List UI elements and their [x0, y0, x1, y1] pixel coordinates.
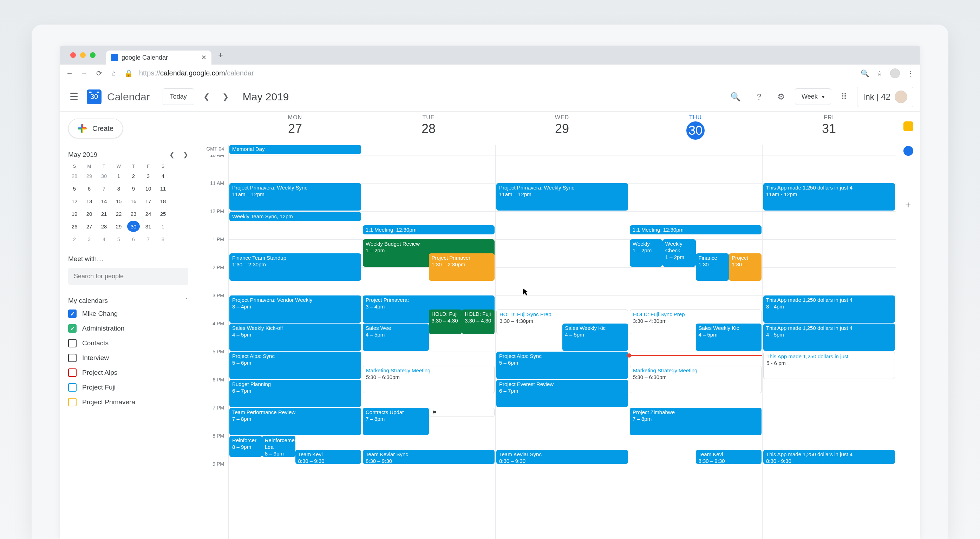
calendar-event[interactable]: Reinforcer8 – 9pm: [229, 436, 262, 457]
day-header[interactable]: FRI31: [762, 112, 896, 145]
day-column[interactable]: Project Primavera: Weekly Sync11am – 12p…: [495, 155, 629, 539]
mini-day[interactable]: 6: [127, 233, 140, 244]
mini-day[interactable]: 12: [68, 195, 81, 207]
mini-day[interactable]: 23: [127, 208, 140, 219]
calendar-event[interactable]: Finance Team Standup1:30 – 2:30pm: [229, 254, 361, 281]
day-header[interactable]: THU30: [629, 112, 762, 145]
day-column[interactable]: 1:1 Meeting, 12:30pmWeekly1 – 2pmWeekly …: [629, 155, 762, 539]
mini-day[interactable]: 30: [127, 221, 140, 232]
mini-day[interactable]: 9: [127, 183, 140, 194]
mini-day[interactable]: 17: [142, 195, 154, 207]
calendar-event[interactable]: Project Primavera: Weekly Sync11am – 12p…: [229, 183, 361, 211]
apps-grid-icon[interactable]: ⠿: [837, 89, 851, 105]
tab-close-icon[interactable]: ✕: [201, 54, 207, 62]
calendar-checkbox[interactable]: [68, 324, 76, 333]
mini-day[interactable]: 18: [157, 195, 169, 207]
calendar-event[interactable]: Team Kevlar Sync8:30 – 9:30: [363, 450, 495, 464]
calendar-event[interactable]: 1:1 Meeting, 12:30pm: [363, 225, 495, 235]
star-icon[interactable]: ☆: [875, 69, 884, 78]
mini-day[interactable]: 7: [98, 183, 110, 194]
workspace-brand[interactable]: Ink | 42: [857, 87, 913, 107]
calendar-item[interactable]: Project Primavera: [68, 398, 188, 406]
calendar-checkbox[interactable]: [68, 368, 76, 377]
mini-day[interactable]: 15: [112, 195, 125, 207]
mini-day[interactable]: 1: [157, 221, 169, 232]
keep-icon[interactable]: [904, 121, 913, 131]
mini-day[interactable]: 13: [83, 195, 95, 207]
mini-calendar[interactable]: SMTWTFS282930123456789101112131415161718…: [68, 163, 188, 244]
mini-day[interactable]: 2: [127, 170, 140, 181]
close-window-icon[interactable]: [70, 52, 76, 58]
calendar-event[interactable]: Team Kevl8:30 – 9:30: [696, 450, 762, 464]
calendar-event[interactable]: Project Everest Review6 – 7pm: [496, 380, 628, 407]
help-icon[interactable]: ？: [751, 89, 767, 105]
calendar-event[interactable]: This App made 1,250 dollars in just 411a…: [763, 183, 895, 211]
calendar-event[interactable]: Sales Weekly Kic4 – 5pm: [562, 323, 628, 351]
maximize-window-icon[interactable]: [90, 52, 95, 58]
mini-day[interactable]: 29: [112, 221, 125, 232]
calendar-event[interactable]: This App made 1,250 dollars in just 44 -…: [763, 323, 895, 351]
mini-day[interactable]: 1: [112, 170, 125, 181]
menu-icon[interactable]: ☰: [67, 88, 81, 105]
calendar-event[interactable]: Team Kevl8:30 – 9:30: [295, 450, 361, 464]
calendar-event[interactable]: Weekly Team Sync, 12pm: [229, 212, 361, 221]
create-button[interactable]: Create: [68, 119, 123, 138]
tasks-icon[interactable]: [904, 146, 913, 156]
new-tab-button[interactable]: +: [214, 49, 227, 62]
day-column[interactable]: Project Primavera: Weekly Sync11am – 12p…: [228, 155, 362, 539]
day-header[interactable]: TUE28: [362, 112, 495, 145]
calendar-event[interactable]: Reinforcement Lea8 – 9pm: [262, 436, 295, 457]
calendar-checkbox[interactable]: [68, 339, 76, 347]
prev-period-icon[interactable]: ❮: [200, 89, 213, 104]
calendar-event[interactable]: Project Primavera: Vendor Weekly3 – 4pm: [229, 295, 361, 323]
calendar-event[interactable]: Contracts Updat7 – 8pm: [363, 408, 429, 435]
mini-day[interactable]: 4: [98, 233, 110, 244]
calendar-event[interactable]: Finance1:30 –: [696, 254, 729, 281]
home-icon[interactable]: ⌂: [110, 69, 118, 77]
mini-day[interactable]: 6: [83, 183, 95, 194]
calendar-item[interactable]: Mike Chang: [68, 309, 188, 318]
calendar-checkbox[interactable]: [68, 383, 76, 392]
mini-day[interactable]: 27: [83, 221, 95, 232]
browser-menu-icon[interactable]: ⋮: [906, 69, 915, 78]
mini-day[interactable]: 8: [157, 233, 169, 244]
day-header[interactable]: WED29: [495, 112, 629, 145]
mini-day[interactable]: 29: [83, 170, 95, 181]
calendar-event[interactable]: Project Alps: Sync5 – 6pm: [496, 352, 628, 379]
time-grid[interactable]: 10 AM11 AM12 PM1 PM2 PM3 PM4 PM5 PM6 PM7…: [197, 155, 896, 539]
day-column[interactable]: 1:1 Meeting, 12:30pmWeekly Budget Review…: [362, 155, 495, 539]
view-selector[interactable]: Week ▾: [795, 89, 831, 105]
people-search-input[interactable]: [68, 268, 188, 285]
calendar-event[interactable]: Marketing Strategy Meeting5:30 – 6:30pm: [630, 366, 762, 393]
mini-day[interactable]: 20: [83, 208, 95, 219]
calendar-item[interactable]: Administration: [68, 324, 188, 333]
mini-day[interactable]: 24: [142, 208, 154, 219]
my-calendars-header[interactable]: My calendars ˄: [68, 297, 188, 304]
calendar-event[interactable]: Project Primavera: Weekly Sync11am – 12p…: [496, 183, 628, 211]
mini-day[interactable]: 5: [68, 183, 81, 194]
calendar-event[interactable]: 1:1 Meeting, 12:30pm: [630, 225, 762, 235]
nav-back-icon[interactable]: ←: [65, 69, 74, 77]
calendar-item[interactable]: Project Alps: [68, 368, 188, 377]
allday-event[interactable]: Memorial Day: [229, 145, 361, 154]
mini-day[interactable]: 7: [142, 233, 154, 244]
calendar-event[interactable]: Team Performance Review7 – 8pm: [229, 408, 361, 435]
calendar-event[interactable]: This App made 1,250 dollars in just 48:3…: [763, 450, 895, 464]
calendar-item[interactable]: Project Fuji: [68, 383, 188, 392]
mini-day[interactable]: 19: [68, 208, 81, 219]
url-field[interactable]: https://calendar.google.com/calendar: [139, 69, 854, 77]
calendar-event[interactable]: Sales Weekly Kick-off4 – 5pm: [229, 323, 361, 351]
mini-day[interactable]: 30: [98, 170, 110, 181]
mini-day[interactable]: 26: [68, 221, 81, 232]
mini-day[interactable]: 16: [127, 195, 140, 207]
calendar-event[interactable]: Project1:30 –: [729, 254, 762, 281]
mini-day[interactable]: 28: [98, 221, 110, 232]
reload-icon[interactable]: ⟳: [95, 69, 103, 78]
calendar-event[interactable]: Project Primaver1:30 – 2:30pm: [429, 254, 495, 281]
minimize-window-icon[interactable]: [80, 52, 86, 58]
calendar-event[interactable]: Project Alps: Sync5 – 6pm: [229, 352, 361, 379]
mini-day[interactable]: 3: [142, 170, 154, 181]
calendar-checkbox[interactable]: [68, 398, 76, 406]
zoom-icon[interactable]: 🔍: [861, 69, 869, 78]
mini-day[interactable]: 11: [157, 183, 169, 194]
